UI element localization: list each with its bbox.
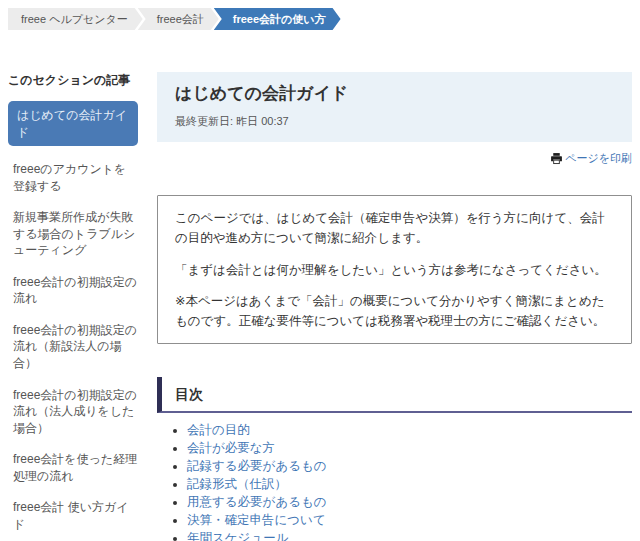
toc-list: 会計の目的会計が必要な方記録する必要があるもの記録形式（仕訳）用意する必要がある… — [157, 423, 632, 541]
article-main: はじめての会計ガイド 最終更新日: 昨日 00:37 ページを印刷 このページで… — [157, 72, 632, 541]
toc-link[interactable]: 会計が必要な方 — [187, 441, 275, 455]
intro-paragraph: ※本ページはあくまで「会計」の概要について分かりやすく簡潔にまとめたものです。正… — [175, 291, 614, 332]
toc-link[interactable]: 年間スケジュール — [187, 531, 288, 541]
sidebar-item[interactable]: 新規事業所作成が失敗する場合のトラブルシューティング — [8, 209, 138, 259]
toc-section: 目次 会計の目的会計が必要な方記録する必要があるもの記録形式（仕訳）用意する必要… — [157, 377, 632, 541]
print-row: ページを印刷 — [157, 151, 632, 166]
intro-paragraph: このページでは、はじめて会計（確定申告や決算）を行う方に向けて、会計の目的や進め… — [175, 208, 614, 249]
sidebar-item[interactable]: freee会計の初期設定の流れ — [8, 274, 138, 307]
sidebar-item[interactable]: freeeのアカウントを登録する — [8, 161, 138, 194]
toc-link[interactable]: 用意する必要があるもの — [187, 495, 327, 509]
sidebar-item[interactable]: freee会計の初期設定の流れ（法人成りをした場合） — [8, 387, 138, 437]
sidebar: このセクションの記事 はじめての会計ガイドfreeeのアカウントを登録する新規事… — [8, 72, 138, 541]
print-page-link[interactable]: ページを印刷 — [550, 151, 632, 166]
toc-item: 決算・確定申告について — [187, 513, 632, 528]
sidebar-article-list: はじめての会計ガイドfreeeのアカウントを登録する新規事業所作成が失敗する場合… — [8, 101, 138, 541]
sidebar-item[interactable]: freee会計を使った経理処理の流れ — [8, 451, 138, 484]
breadcrumb-item[interactable]: freee会計の使い方 — [214, 8, 341, 30]
sidebar-section-heading: このセクションの記事 — [8, 72, 138, 89]
toc-item: 記録形式（仕訳） — [187, 477, 632, 492]
breadcrumb-item[interactable]: freee ヘルプセンター — [8, 8, 143, 30]
toc-link[interactable]: 記録形式（仕訳） — [187, 477, 287, 491]
sidebar-item[interactable]: はじめての会計ガイド — [8, 101, 138, 146]
article-intro-box: このページでは、はじめて会計（確定申告や決算）を行う方に向けて、会計の目的や進め… — [157, 195, 632, 344]
toc-item: 用意する必要があるもの — [187, 495, 632, 510]
toc-heading: 目次 — [157, 377, 632, 413]
sidebar-item[interactable]: freee会計 使い方ガイド — [8, 499, 138, 532]
last-updated-text: 最終更新日: 昨日 00:37 — [175, 114, 614, 129]
toc-item: 会計が必要な方 — [187, 441, 632, 456]
toc-link[interactable]: 会計の目的 — [187, 423, 250, 437]
page-layout: このセクションの記事 はじめての会計ガイドfreeeのアカウントを登録する新規事… — [0, 30, 640, 541]
toc-item: 年間スケジュール — [187, 531, 632, 541]
page-title: はじめての会計ガイド — [175, 83, 614, 105]
toc-link[interactable]: 決算・確定申告について — [187, 513, 326, 527]
breadcrumb-item[interactable]: freee会計 — [138, 8, 219, 30]
print-page-label: ページを印刷 — [565, 151, 632, 166]
toc-item: 会計の目的 — [187, 423, 632, 438]
sidebar-item[interactable]: freee会計の初期設定の流れ（新設法人の場合） — [8, 322, 138, 372]
toc-link[interactable]: 記録する必要があるもの — [187, 459, 327, 473]
breadcrumb: freee ヘルプセンターfreee会計freee会計の使い方 — [8, 8, 640, 30]
toc-item: 記録する必要があるもの — [187, 459, 632, 474]
article-header: はじめての会計ガイド 最終更新日: 昨日 00:37 — [157, 72, 632, 142]
printer-icon[interactable] — [550, 152, 563, 165]
intro-paragraph: 「まずは会計とは何か理解をしたい」という方は参考になさってください。 — [175, 260, 614, 280]
